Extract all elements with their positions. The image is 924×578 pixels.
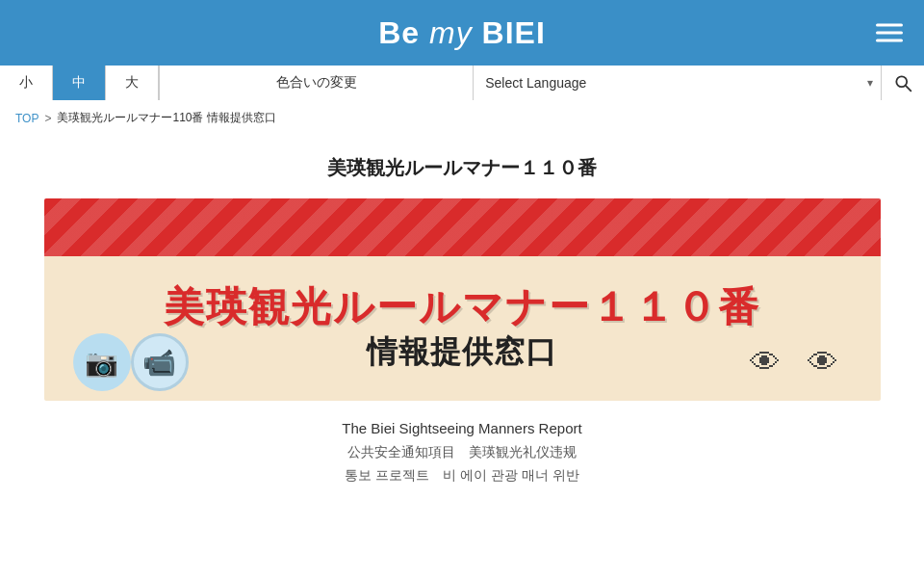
page-title: 美瑛観光ルールマナー１１０番 <box>327 155 597 181</box>
search-button[interactable] <box>882 66 924 100</box>
svg-line-1 <box>906 85 911 90</box>
main-content: 美瑛観光ルールマナー１１０番 美瑛観光ルールマナー１１０番 情報提供窓口 📷 📹… <box>0 136 924 513</box>
breadcrumb-top-link[interactable]: TOP <box>15 112 38 125</box>
subtitle-group: The Biei Sightseeing Manners Report 公共安全… <box>342 420 581 485</box>
font-small-button[interactable]: 小 <box>0 66 53 100</box>
video-icon: 📹 <box>131 333 189 391</box>
breadcrumb-separator: > <box>44 112 51 125</box>
logo-my: my <box>429 15 473 50</box>
language-selector-wrapper: Select Language 日本語 English 中文 한국어 ▾ <box>474 66 882 100</box>
menu-button[interactable] <box>870 18 909 48</box>
search-icon <box>893 73 912 92</box>
banner-text-line1: 美瑛観光ルールマナー１１０番 <box>164 283 760 331</box>
font-large-button[interactable]: 大 <box>106 66 159 100</box>
font-medium-button[interactable]: 中 <box>53 66 106 100</box>
breadcrumb: TOP > 美瑛観光ルールマナー110番 情報提供窓口 <box>0 100 924 136</box>
eye-icon-right: 👁 <box>794 333 852 391</box>
banner-main-area: 美瑛観光ルールマナー１１０番 情報提供窓口 📷 📹 👁 👁 <box>44 256 881 401</box>
breadcrumb-current: 美瑛観光ルールマナー110番 情報提供窓口 <box>57 110 275 126</box>
banner-image: 美瑛観光ルールマナー１１０番 情報提供窓口 📷 📹 👁 👁 <box>44 198 881 401</box>
banner-icons-row: 📷 📹 👁 👁 <box>44 333 881 391</box>
hamburger-line <box>876 32 903 35</box>
toolbar: 小 中 大 色合いの変更 Select Language 日本語 English… <box>0 66 924 100</box>
eye-icon-left: 👁 <box>736 333 794 391</box>
color-change-button[interactable]: 色合いの変更 <box>160 66 474 100</box>
site-logo: Be my BIEI <box>378 15 546 51</box>
site-header: Be my BIEI <box>0 0 924 66</box>
hamburger-line <box>876 39 903 42</box>
font-size-group: 小 中 大 <box>0 66 160 100</box>
subtitle-japanese: 公共安全通知項目 美瑛観光礼仪违规 <box>342 444 581 461</box>
subtitle-english: The Biei Sightseeing Manners Report <box>342 420 581 436</box>
banner-top-stripe <box>44 198 881 256</box>
camera-icon: 📷 <box>73 333 131 391</box>
hamburger-line <box>876 24 903 27</box>
logo-be: Be <box>378 15 429 50</box>
subtitle-korean: 통보 프로젝트 비 에이 관광 매너 위반 <box>342 467 581 485</box>
language-select[interactable]: Select Language 日本語 English 中文 한국어 <box>474 66 881 100</box>
logo-biei: BIEI <box>473 15 546 50</box>
